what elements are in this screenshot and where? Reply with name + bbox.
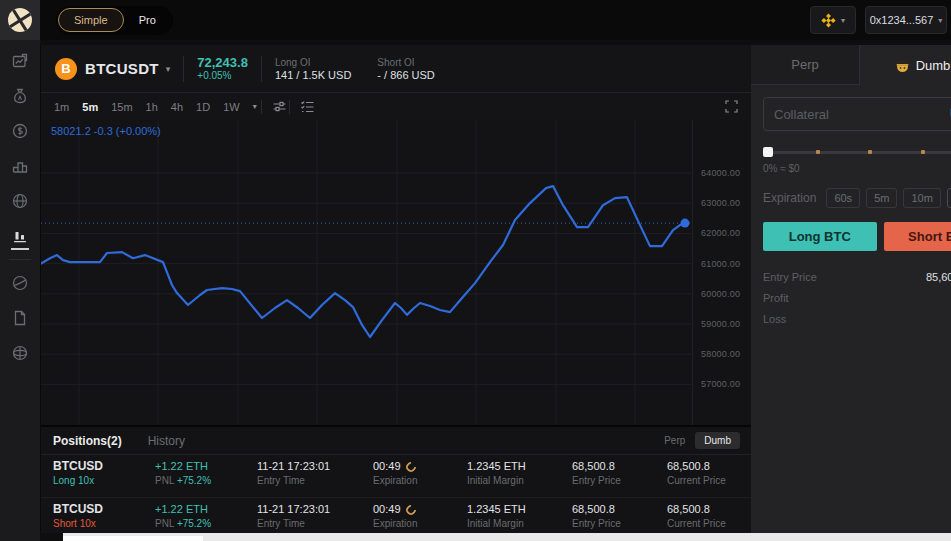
entry-time: 11-21 17:23:01 — [257, 502, 373, 517]
initial-margin: 1.2345 ETH — [467, 502, 572, 517]
money-bag-icon[interactable] — [11, 87, 29, 105]
slider-step-dot[interactable] — [921, 150, 925, 154]
divider — [183, 56, 184, 82]
long-btc-button[interactable]: Long BTC — [763, 222, 877, 251]
price-chart[interactable]: 58021.2 -0.3 (+0.00%) 57000.0058000.0059… — [41, 120, 752, 425]
slider-step-dot[interactable] — [868, 150, 872, 154]
leaderboard-icon[interactable] — [11, 157, 29, 175]
topbar-right: ▾ 0x1234...567 ▾ — [810, 6, 947, 34]
market-header: B BTCUSDT ▾ 72,243.8 +0.05% Long OI 141 … — [41, 45, 751, 93]
position-row-long[interactable]: BTCUSD Long 10x +1.22 ETH PNL +75.2% 11-… — [41, 455, 752, 497]
current-price-label: Current Price — [667, 474, 740, 488]
initial-margin-cell: 1.2345 ETH Initial Margin — [467, 502, 572, 533]
document-icon[interactable] — [11, 309, 29, 327]
globe-icon[interactable] — [11, 192, 29, 210]
timeframe-more-chevron-icon[interactable]: ▾ — [253, 102, 257, 111]
expiration-cell: 00:49 Expiration — [373, 502, 467, 533]
price-axis-label: 61000.00 — [701, 259, 740, 269]
position-size: +1.22 ETH — [155, 502, 257, 517]
filter-dumb[interactable]: Dumb — [695, 432, 740, 449]
current-price-cell: 68,500.8 Current Price — [667, 459, 740, 497]
app-logo[interactable] — [0, 0, 40, 40]
initial-margin: 1.2345 ETH — [467, 459, 572, 474]
price-axis-label: 60000.00 — [701, 289, 740, 299]
short-btc-button[interactable]: Short BTC — [884, 222, 951, 251]
amount-slider — [763, 147, 951, 157]
short-oi-value: - / 866 USD — [377, 69, 434, 81]
slider-labels: 0% ≈ $0 Max 0.00 — [763, 163, 951, 174]
chart-canvas[interactable] — [41, 120, 691, 425]
price-axis-label: 57000.00 — [701, 379, 740, 389]
timeframe-1W[interactable]: 1W — [223, 101, 240, 113]
size-cell: +1.22 ETH PNL +75.2% — [155, 502, 257, 533]
expiration-60s[interactable]: 60s — [826, 188, 860, 208]
slider-step-dot[interactable] — [816, 150, 820, 154]
timeframe-1m[interactable]: 1m — [54, 101, 69, 113]
position-row-short[interactable]: BTCUSD Short 10x +1.22 ETH PNL +75.2% 11… — [41, 497, 752, 533]
pnl-label: PNL — [155, 518, 174, 529]
current-price: 68,500.8 — [667, 502, 740, 517]
collateral-input[interactable] — [774, 107, 950, 122]
entry-price-label: Entry Price — [572, 474, 667, 488]
expiration-15m[interactable]: 15m — [947, 188, 951, 208]
entry-price: 68,500.8 — [572, 502, 667, 517]
timeframe-5m[interactable]: 5m — [82, 101, 98, 113]
tab-history[interactable]: History — [148, 434, 185, 448]
profit-label: Profit — [763, 292, 789, 304]
price-axis-label: 58000.00 — [701, 349, 740, 359]
timeframe-4h[interactable]: 4h — [171, 101, 183, 113]
position-side: Long 10x — [53, 474, 155, 488]
timeframe-1D[interactable]: 1D — [196, 101, 210, 113]
page-bottom-strip-white — [63, 536, 203, 541]
mode-pro-button[interactable]: Pro — [124, 9, 171, 31]
position-side: Short 10x — [53, 517, 155, 531]
current-price-label: Current Price — [667, 517, 740, 531]
chevron-down-icon: ▾ — [841, 16, 845, 25]
positions-stats-icon[interactable] — [11, 227, 29, 245]
tab-perp[interactable]: Perp — [751, 45, 860, 85]
price-axis[interactable]: 57000.0058000.0059000.0060000.0061000.00… — [692, 120, 752, 425]
initial-margin-label: Initial Margin — [467, 474, 572, 488]
position-pair: BTCUSD — [53, 502, 155, 517]
filter-perp[interactable]: Perp — [664, 435, 685, 446]
tab-positions[interactable]: Positions(2) — [53, 434, 122, 448]
profit-row: Profit 299% — [763, 292, 951, 304]
initial-margin-cell: 1.2345 ETH Initial Margin — [467, 459, 572, 497]
chart-settings-icon[interactable] — [272, 99, 287, 114]
tab-dumb[interactable]: Dumb — [860, 45, 951, 85]
timeframe-1h[interactable]: 1h — [146, 101, 158, 113]
entry-price-cell: 68,500.8 Entry Price — [572, 502, 667, 533]
planet-icon[interactable] — [11, 274, 29, 292]
direction-buttons: Long BTC Short BTC — [763, 222, 951, 251]
price-block: 72,243.8 +0.05% — [197, 56, 248, 81]
chain-selector-button[interactable]: ▾ — [810, 6, 856, 34]
expiration-5m[interactable]: 5m — [866, 188, 897, 208]
timeframe-15m[interactable]: 15m — [111, 101, 132, 113]
dollar-coin-icon[interactable] — [11, 122, 29, 140]
expiration-row: Expiration 60s 5m 10m 15m 30m — [763, 188, 951, 208]
slider-min-label: 0% ≈ $0 — [763, 163, 800, 174]
long-oi-value: 141 / 1.5K USD — [275, 69, 351, 81]
indicators-icon[interactable] — [300, 99, 315, 114]
positions-header: Positions(2) History Perp Dumb — [41, 427, 752, 455]
trade-details: Entry Price 85,601.2 USD Profit 299% Los… — [763, 271, 951, 325]
wallet-address-button[interactable]: 0x1234...567 ▾ — [865, 6, 947, 34]
pair-cell: BTCUSD Short 10x — [53, 502, 155, 533]
countdown-loader-icon — [403, 459, 417, 473]
slider-handle[interactable] — [763, 147, 773, 157]
btc-icon: B — [55, 58, 77, 80]
trade-panel: Perp Dumb USDT ▾ — [751, 45, 951, 533]
language-globe-icon[interactable] — [11, 344, 29, 362]
last-price: 72,243.8 — [197, 56, 248, 70]
mode-simple-button[interactable]: Simple — [58, 8, 124, 32]
entry-time-label: Entry Time — [257, 517, 373, 531]
entry-price-cell: 68,500.8 Entry Price — [572, 459, 667, 497]
divider — [261, 56, 262, 82]
pair-selector[interactable]: B BTCUSDT ▾ — [55, 58, 170, 80]
expiration-label: Expiration — [373, 517, 467, 531]
portfolio-icon[interactable] — [11, 52, 29, 70]
entry-price-row: Entry Price 85,601.2 USD — [763, 271, 951, 283]
pair-cell: BTCUSD Long 10x — [53, 459, 155, 497]
expiration-10m[interactable]: 10m — [903, 188, 940, 208]
fullscreen-icon[interactable] — [724, 99, 739, 114]
